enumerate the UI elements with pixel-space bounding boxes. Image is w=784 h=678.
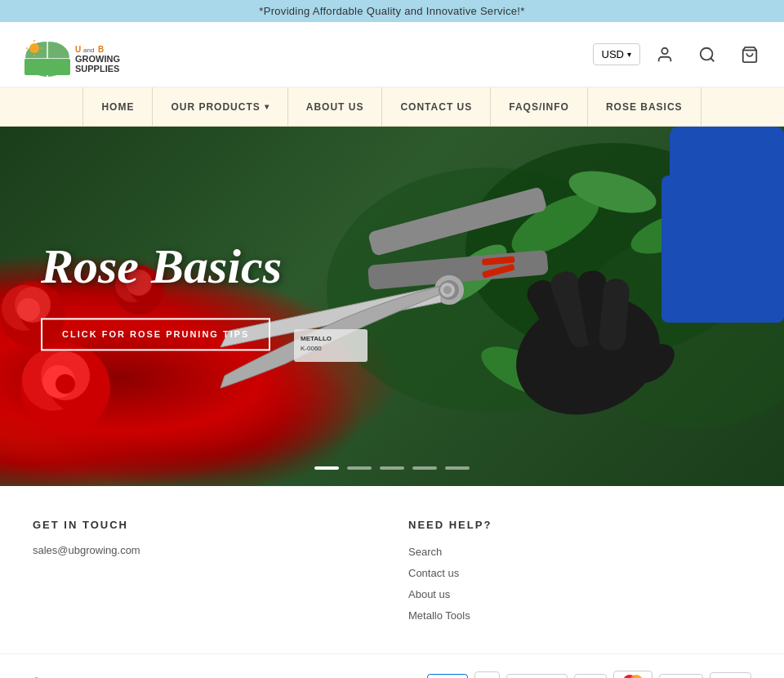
svg-point-55	[443, 286, 452, 294]
svg-rect-3	[24, 59, 70, 75]
rose-pruning-tips-button[interactable]: CLICK FOR ROSE PRUNING TIPS	[41, 318, 270, 350]
carousel-dot-5[interactable]	[445, 466, 470, 470]
carousel-dot-1[interactable]	[314, 466, 339, 470]
payment-icons: AMEX ⊕ DISCOVER JCB PayPal VISA	[427, 671, 751, 678]
payment-jcb: JCB	[574, 674, 607, 678]
account-icon	[656, 46, 674, 64]
cart-button[interactable]	[732, 37, 768, 73]
chevron-down-icon: ▾	[265, 102, 270, 111]
footer-link-contact[interactable]: Contact us	[408, 567, 459, 579]
currency-chevron-icon: ▾	[627, 50, 631, 59]
cart-icon	[741, 46, 759, 64]
svg-point-31	[56, 374, 75, 394]
main-nav: HOME OUR PRODUCTS ▾ ABOUT US CONTACT US …	[0, 87, 784, 127]
nav-item-home[interactable]: HOME	[82, 87, 153, 126]
carousel-dot-3[interactable]	[380, 466, 404, 470]
banner-text: *Providing Affordable Quality and Innova…	[259, 5, 524, 17]
account-button[interactable]	[647, 37, 683, 73]
svg-point-36	[17, 298, 40, 321]
header-icons: USD ▾	[593, 37, 768, 73]
svg-text:and: and	[83, 47, 94, 54]
payment-amex: AMEX	[427, 674, 468, 678]
footer-contact-heading: GET IN TOUCH	[33, 519, 376, 531]
nav-item-our-products[interactable]: OUR PRODUCTS ▾	[153, 87, 287, 126]
hero-content: Rose Basics CLICK FOR ROSE PRUNING TIPS	[41, 239, 282, 350]
footer-contact-col: GET IN TOUCH sales@ubgrowing.com	[33, 519, 376, 629]
svg-text:METALLO: METALLO	[301, 335, 332, 342]
header: U and B GROWING SUPPLIES USD ▾	[0, 22, 784, 87]
carousel-dot-4[interactable]	[412, 466, 437, 470]
list-item: Contact us	[408, 565, 751, 580]
footer-email[interactable]: sales@ubgrowing.com	[33, 544, 376, 556]
nav-item-contact-us[interactable]: CONTACT US	[382, 87, 491, 126]
currency-label: USD	[602, 48, 624, 60]
carousel-dots	[314, 466, 470, 470]
svg-text:U: U	[75, 45, 81, 54]
list-item: About us	[408, 587, 751, 601]
payment-mastercard	[613, 671, 653, 678]
hero-section: METALLO K-0060 Rose Basics CLICK FOR ROS…	[0, 127, 784, 486]
hero-title: Rose Basics	[41, 239, 282, 293]
footer-link-metallo[interactable]: Metallo Tools	[408, 609, 470, 622]
footer-help-heading: NEED HELP?	[408, 519, 751, 531]
footer-top: GET IN TOUCH sales@ubgrowing.com NEED HE…	[0, 486, 784, 654]
nav-item-faqs-info[interactable]: FAQS/INFO	[491, 87, 588, 126]
carousel-dot-2[interactable]	[347, 466, 372, 470]
logo-svg: U and B GROWING SUPPLIES	[16, 28, 122, 81]
svg-rect-42	[662, 176, 784, 323]
svg-text:SUPPLIES: SUPPLIES	[75, 64, 119, 74]
svg-text:K-0060: K-0060	[301, 345, 322, 352]
search-icon	[698, 46, 716, 64]
nav-label-rose-basics: ROSE BASICS	[606, 101, 683, 113]
nav-label-home: HOME	[101, 101, 134, 113]
nav-item-about-us[interactable]: ABOUT US	[288, 87, 383, 126]
footer-link-about[interactable]: About us	[408, 588, 450, 600]
list-item: Search	[408, 544, 751, 559]
svg-point-14	[662, 47, 667, 53]
svg-point-15	[701, 47, 713, 60]
currency-selector[interactable]: USD ▾	[593, 43, 640, 65]
payment-discover: DISCOVER	[506, 674, 568, 678]
nav-label-about-us: ABOUT US	[306, 101, 364, 113]
nav-label-faqs-info: FAQS/INFO	[509, 101, 569, 113]
nav-label-our-products: OUR PRODUCTS	[171, 101, 260, 113]
svg-point-4	[29, 43, 39, 53]
payment-cirrus: ⊕	[474, 671, 500, 679]
footer-links-list: Search Contact us About us Metallo Tools	[408, 544, 751, 622]
logo-area[interactable]: U and B GROWING SUPPLIES	[16, 28, 122, 81]
svg-text:B: B	[98, 45, 104, 54]
footer-bottom: © U&B Growing Supplies, LLC AMEX ⊕ DISCO…	[0, 654, 784, 678]
search-button[interactable]	[689, 37, 725, 73]
footer-help-col: NEED HELP? Search Contact us About us Me…	[408, 519, 751, 629]
payment-visa: VISA	[710, 672, 751, 678]
svg-text:GROWING: GROWING	[75, 54, 120, 64]
nav-item-rose-basics[interactable]: ROSE BASICS	[588, 87, 702, 126]
list-item: Metallo Tools	[408, 608, 751, 622]
payment-paypal: PayPal	[659, 674, 703, 678]
footer-link-search[interactable]: Search	[408, 546, 442, 558]
nav-label-contact-us: CONTACT US	[400, 101, 472, 113]
top-banner: *Providing Affordable Quality and Innova…	[0, 0, 784, 22]
